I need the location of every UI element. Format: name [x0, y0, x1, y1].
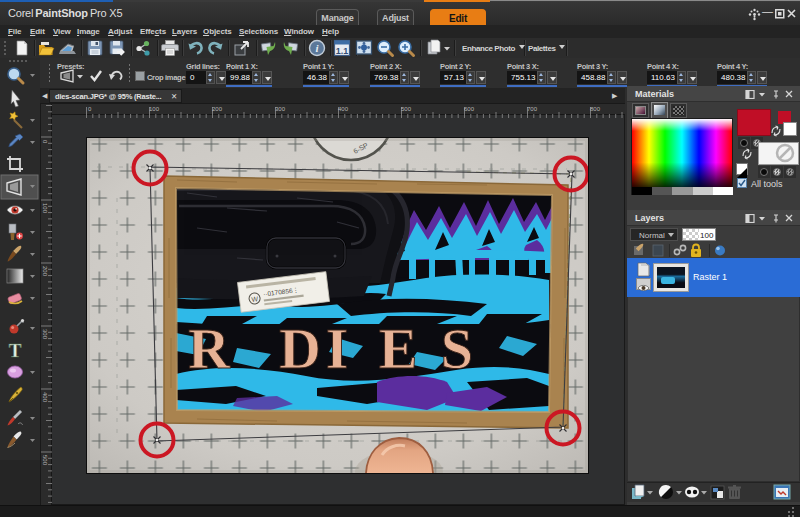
svg-text:I: I: [326, 316, 349, 381]
svg-text:W: W: [251, 295, 259, 303]
svg-text:D: D: [279, 316, 321, 381]
svg-text:S: S: [441, 316, 473, 381]
svg-text:T: T: [9, 340, 22, 361]
svg-text:R: R: [188, 316, 231, 381]
svg-text:E: E: [379, 316, 418, 381]
svg-text:1.1: 1.1: [336, 46, 349, 56]
